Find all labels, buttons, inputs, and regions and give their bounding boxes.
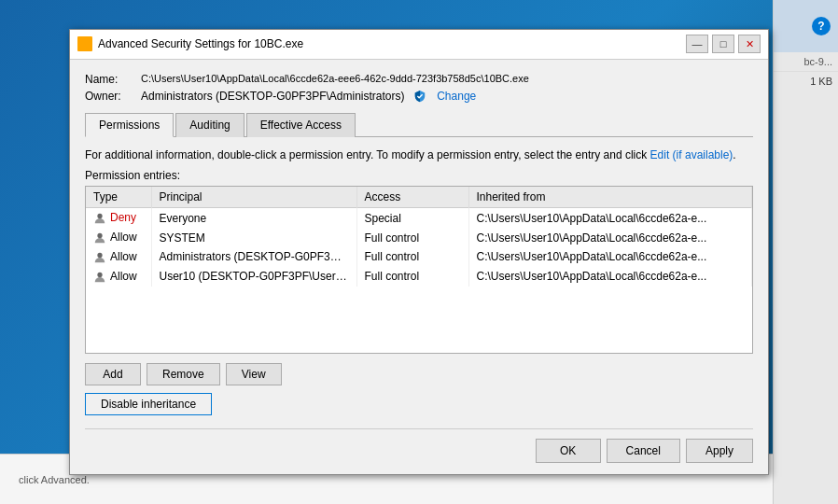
dialog-content: Name: C:\Users\User10\AppData\Local\6ccd… <box>70 60 768 475</box>
window-title: Advanced Security Settings for 10BC.exe <box>98 37 686 50</box>
disable-inheritance-button[interactable]: Disable inheritance <box>85 393 212 415</box>
cell-access: Full control <box>356 267 468 287</box>
name-value: C:\Users\User10\AppData\Local\6ccde62a-e… <box>141 73 753 84</box>
svg-point-0 <box>97 214 102 218</box>
apply-button[interactable]: Apply <box>686 439 753 463</box>
cell-access: Full control <box>356 228 468 247</box>
advanced-security-window: Advanced Security Settings for 10BC.exe … <box>69 29 769 476</box>
ok-button[interactable]: OK <box>536 439 601 463</box>
cell-type: Allow <box>86 247 151 267</box>
close-button[interactable]: ✕ <box>738 35 761 53</box>
tab-auditing[interactable]: Auditing <box>175 113 244 137</box>
tab-effective-access[interactable]: Effective Access <box>246 113 356 137</box>
change-link[interactable]: Change <box>437 90 476 103</box>
permissions-table-wrapper[interactable]: Type Principal Access Inherited from Den… <box>85 186 753 354</box>
owner-label: Owner: <box>85 90 141 103</box>
cancel-button[interactable]: Cancel <box>607 439 680 463</box>
dialog-footer: OK Cancel Apply <box>85 428 753 463</box>
col-inherited: Inherited from <box>468 187 752 208</box>
owner-row: Owner: Administrators (DESKTOP-G0PF3PF\A… <box>85 90 753 104</box>
col-access: Access <box>356 187 468 208</box>
remove-button[interactable]: Remove <box>147 363 220 385</box>
file-size-label: 1 KB <box>774 72 838 91</box>
action-buttons: Add Remove View <box>85 363 753 385</box>
minimize-button[interactable]: — <box>686 35 708 53</box>
tab-bar: Permissions Auditing Effective Access <box>85 112 753 137</box>
shield-icon <box>413 90 426 103</box>
cell-access: Full control <box>356 247 468 267</box>
edit-link[interactable]: Edit (if available) <box>650 148 733 161</box>
title-bar-controls: — □ ✕ <box>686 35 761 53</box>
cell-type: Allow <box>86 267 151 287</box>
cell-type: Deny <box>86 208 151 228</box>
permission-entries-label: Permission entries: <box>85 169 753 182</box>
table-row[interactable]: Deny Everyone Special C:\Users\User10\Ap… <box>86 208 752 228</box>
table-body: Deny Everyone Special C:\Users\User10\Ap… <box>86 208 752 287</box>
table-header: Type Principal Access Inherited from <box>86 187 752 208</box>
cell-principal: Everyone <box>151 208 356 228</box>
view-button[interactable]: View <box>226 363 282 385</box>
add-button[interactable]: Add <box>85 363 141 385</box>
sidebar-right: ? bc-9... 1 KB <box>773 0 838 504</box>
permissions-table: Type Principal Access Inherited from Den… <box>86 187 752 286</box>
cell-principal: SYSTEM <box>151 228 356 247</box>
col-type: Type <box>86 187 151 208</box>
name-label: Name: <box>85 73 141 86</box>
cell-inherited: C:\Users\User10\AppData\Local\6ccde62a-e… <box>468 267 752 287</box>
tab-permissions[interactable]: Permissions <box>85 113 174 137</box>
help-icon[interactable]: ? <box>812 17 831 35</box>
cell-access: Special <box>356 208 468 228</box>
cell-inherited: C:\Users\User10\AppData\Local\6ccde62a-e… <box>468 247 752 267</box>
table-row[interactable]: Allow User10 (DESKTOP-G0PF3PF\User10) Fu… <box>86 267 752 287</box>
col-principal: Principal <box>151 187 356 208</box>
title-bar: Advanced Security Settings for 10BC.exe … <box>70 30 768 60</box>
svg-point-2 <box>97 233 102 238</box>
name-row: Name: C:\Users\User10\AppData\Local\6ccd… <box>85 73 753 86</box>
svg-point-6 <box>97 272 102 276</box>
cell-type: Allow <box>86 228 151 247</box>
cell-principal: Administrators (DESKTOP-G0PF3PF\Admini..… <box>151 247 356 267</box>
cell-inherited: C:\Users\User10\AppData\Local\6ccde62a-e… <box>468 228 752 247</box>
table-row[interactable]: Allow Administrators (DESKTOP-G0PF3PF\Ad… <box>86 247 752 267</box>
owner-value: Administrators (DESKTOP-G0PF3PF\Administ… <box>141 90 753 104</box>
cell-principal: User10 (DESKTOP-G0PF3PF\User10) <box>151 267 356 287</box>
search-box-label: bc-9... <box>803 56 832 67</box>
description-text: For additional information, double-click… <box>85 147 753 163</box>
cell-inherited: C:\Users\User10\AppData\Local\6ccde62a-e… <box>468 208 752 228</box>
window-icon <box>77 36 92 51</box>
svg-point-4 <box>97 253 102 258</box>
table-row[interactable]: Allow SYSTEM Full control C:\Users\User1… <box>86 228 752 247</box>
sidebar-top-bar: ? <box>774 0 838 52</box>
maximize-button[interactable]: □ <box>712 35 734 53</box>
